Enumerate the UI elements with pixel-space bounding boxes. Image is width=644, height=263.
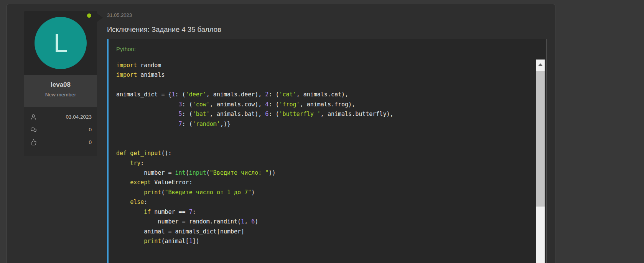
- code-scrollbar[interactable]: [536, 60, 545, 263]
- post-title: Исключения: Задание 4 35 баллов: [107, 25, 221, 34]
- code-line: import random: [116, 61, 533, 70]
- user-info-cell: leva08 New member: [24, 75, 97, 107]
- messages-icon: [30, 126, 38, 134]
- code-line: import animals: [116, 70, 533, 80]
- code-line: 5: ('bat', animals.bat), 6: ('butterfly …: [116, 109, 533, 119]
- stat-row-reactions: 0: [30, 136, 92, 149]
- code-line: [116, 139, 533, 149]
- code-line: print(animal[1]): [116, 237, 533, 246]
- code-line: except ValueError:: [116, 178, 533, 187]
- code-line: try:: [116, 159, 533, 168]
- reaction-icon: [30, 139, 37, 146]
- avatar-pointer: [97, 13, 103, 22]
- scroll-up-icon: [538, 63, 543, 66]
- code-line: number = random.randint(1, 6): [116, 217, 533, 227]
- avatar-cell: L: [24, 11, 97, 75]
- code-line: else:: [116, 197, 533, 207]
- code-language-label: Python:: [116, 46, 136, 52]
- post-container: L leva08 New member 03.04.2023: [7, 4, 555, 263]
- page: L leva08 New member 03.04.2023: [0, 0, 644, 263]
- code-content: import randomimport animals animals_dict…: [116, 61, 533, 263]
- avatar[interactable]: L: [35, 17, 87, 69]
- code-line: animal = animals_dict[number]: [116, 227, 533, 237]
- joined-date: 03.04.2023: [66, 114, 92, 120]
- user-stats: 03.04.2023 0 0: [24, 107, 97, 156]
- avatar-letter: L: [54, 30, 68, 56]
- messages-count: 0: [89, 127, 92, 132]
- code-line: number = int(input("Введите число: ")): [116, 168, 533, 178]
- code-line: if number == 7:: [116, 207, 533, 217]
- scrollbar-thumb[interactable]: [536, 71, 545, 207]
- user-icon: [30, 113, 37, 121]
- reaction-count: 0: [89, 139, 92, 145]
- code-line: 7: ('random',)}: [116, 119, 533, 129]
- scroll-up-button[interactable]: [536, 60, 545, 69]
- username-link[interactable]: leva08: [24, 81, 97, 89]
- code-line: animals_dict = {1: ('deer', animals.deer…: [116, 90, 533, 99]
- code-line: 3: ('cow', animals.cow), 4: ('frog', ani…: [116, 100, 533, 109]
- code-line: def get_input():: [116, 149, 533, 158]
- code-block: Python: import randomimport animals anim…: [107, 39, 547, 263]
- code-line: print("Введите число от 1 до 7"): [116, 188, 533, 197]
- code-line: [116, 129, 533, 139]
- code-line: [116, 80, 533, 90]
- stat-row-joined: 03.04.2023: [30, 111, 92, 123]
- post-date[interactable]: 31.05.2023: [107, 12, 132, 18]
- online-indicator: [87, 13, 91, 18]
- user-role: New member: [24, 92, 97, 98]
- stat-row-messages: 0: [30, 123, 92, 136]
